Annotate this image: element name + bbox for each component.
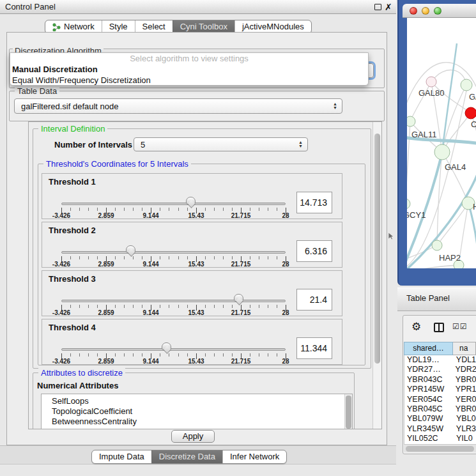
table-row[interactable]: YBR043CYBR0 bbox=[404, 375, 476, 385]
table-horizontal-scrollbar[interactable] bbox=[404, 444, 476, 452]
settings-scrollbar[interactable] bbox=[372, 122, 381, 429]
threshold-3-label: Threshold 3 bbox=[49, 274, 96, 284]
numerical-attributes-label: Numerical Attributes bbox=[37, 381, 118, 390]
interval-definition-group: Interval Definition Number of Intervals … bbox=[33, 128, 371, 369]
node-gal4[interactable] bbox=[434, 144, 450, 160]
svg-text:C: C bbox=[471, 119, 476, 129]
node-gal11[interactable] bbox=[407, 116, 415, 127]
close-traffic-light[interactable] bbox=[410, 7, 417, 15]
tab-network[interactable]: Network bbox=[45, 20, 102, 33]
network-icon bbox=[52, 23, 61, 31]
apply-button[interactable]: Apply bbox=[171, 430, 215, 443]
settings-scrollpane: Interval Definition Number of Intervals … bbox=[28, 121, 382, 429]
column-header-shared-name[interactable]: shared… bbox=[404, 342, 453, 355]
interval-definition-title: Interval Definition bbox=[38, 124, 107, 134]
list-item-selfloops[interactable]: SelfLoops bbox=[42, 394, 352, 406]
tab-network-label: Network bbox=[64, 20, 95, 33]
svg-text:GA: GA bbox=[469, 92, 476, 102]
threshold-3-slider-track[interactable] bbox=[61, 300, 286, 302]
popup-placeholder: Select algorithm to view settings bbox=[10, 53, 368, 64]
threshold-4-value[interactable]: 11.344 bbox=[296, 337, 332, 359]
tab-cyni-toolbox[interactable]: Cyni Toolbox bbox=[173, 20, 234, 33]
threshold-4-slider-thumb[interactable] bbox=[162, 342, 171, 350]
threshold-3-box: Threshold 3 -3.426 2.859 9.144 15.43 21.… bbox=[42, 270, 342, 316]
control-panel-titlebar: Control Panel bbox=[0, 0, 396, 14]
threshold-2-value[interactable]: 6.316 bbox=[296, 240, 332, 262]
threshold-4-slider-track[interactable] bbox=[61, 348, 286, 351]
checkbox-icons[interactable]: ☑☑ bbox=[452, 322, 468, 331]
threshold-3-slider-thumb[interactable] bbox=[234, 294, 243, 302]
table-horizontal-scrollbar-thumb[interactable] bbox=[406, 446, 474, 452]
svg-text:GCY1: GCY1 bbox=[407, 210, 426, 220]
node-gcy1[interactable] bbox=[407, 199, 410, 209]
tab-infer-network[interactable]: Infer Network bbox=[222, 450, 286, 463]
column-header-name[interactable]: na bbox=[453, 342, 476, 355]
network-graph: GAL80 GA C GAL11 GAL4 GCY1 H HAP2 bbox=[407, 18, 476, 268]
threshold-2-slider-thumb[interactable] bbox=[126, 245, 135, 253]
settings-scrollbar-thumb[interactable] bbox=[374, 134, 380, 364]
table-row[interactable]: YBR045CYBR0 bbox=[404, 404, 476, 414]
attributes-group-title: Attributes to discretize bbox=[38, 368, 125, 378]
number-of-intervals-combobox[interactable]: 5 ▲▼ bbox=[134, 137, 308, 151]
table-header-row: shared… na bbox=[404, 342, 476, 355]
table-row[interactable]: YBL079WYBL0 bbox=[404, 414, 476, 424]
threshold-2-box: Threshold 2 -3.426 2.859 9.144 15.43 21.… bbox=[42, 222, 342, 268]
tab-impute-data[interactable]: Impute Data bbox=[92, 450, 151, 463]
table-data-group-title: Table Data bbox=[15, 86, 59, 96]
threshold-1-box: Threshold 1 -3.426 2.859 9.144 15.43 21.… bbox=[42, 173, 342, 219]
zoom-traffic-light[interactable] bbox=[434, 7, 441, 15]
threshold-4-box: Threshold 4 -3.426 2.859 9.144 15.43 21.… bbox=[42, 319, 342, 365]
list-scrollbar-thumb[interactable] bbox=[346, 395, 351, 429]
table-row[interactable]: YLR345WYLR3 bbox=[404, 424, 476, 434]
table-row[interactable]: YER054CYER0 bbox=[404, 395, 476, 404]
tab-select[interactable]: Select bbox=[135, 20, 173, 33]
table-row[interactable]: YDL19…YDL1 bbox=[404, 355, 476, 365]
node-top-right[interactable] bbox=[461, 79, 472, 91]
float-window-icon[interactable] bbox=[374, 4, 381, 10]
table-row[interactable]: YIL052CYIL0 bbox=[404, 434, 476, 443]
popup-item-manual-discretization[interactable]: Manual Discretization bbox=[10, 64, 368, 75]
close-icon[interactable]: ✗ bbox=[385, 1, 392, 13]
tab-style[interactable]: Style bbox=[102, 20, 135, 33]
panel-title: Control Panel bbox=[5, 0, 56, 14]
thresholds-group: Threshold's Coordinates for 5 Intervals … bbox=[38, 164, 365, 365]
list-item-betweennesscentrality[interactable]: BetweennessCentrality bbox=[42, 417, 352, 427]
node-hap2[interactable] bbox=[432, 240, 442, 250]
table-body: YDL19…YDL1 YDR27…YDR2 YBR043CYBR0 YPR145… bbox=[404, 355, 476, 444]
popup-item-equal-width[interactable]: Equal Width/Frequency Discretization bbox=[10, 75, 368, 86]
threshold-1-value[interactable]: 14.713 bbox=[296, 192, 332, 213]
table-row[interactable]: YPR145WYPR1 bbox=[404, 385, 476, 394]
tab-jactivemnodules[interactable]: jActiveMNodules bbox=[234, 20, 311, 33]
spinner-icon: ▲▼ bbox=[298, 141, 303, 148]
numerical-attributes-list: SelfLoops TopologicalCoefficient Between… bbox=[41, 394, 353, 429]
svg-text:GAL4: GAL4 bbox=[445, 162, 466, 172]
minimize-traffic-light[interactable] bbox=[422, 7, 429, 15]
columns-icon[interactable] bbox=[434, 323, 444, 332]
table-row[interactable]: YDR27…YDR2 bbox=[404, 365, 476, 374]
threshold-4-label: Threshold 4 bbox=[49, 323, 96, 332]
list-item-topologicalcoefficient[interactable]: TopologicalCoefficient bbox=[42, 406, 352, 417]
spinner-icon: ▲▼ bbox=[333, 102, 337, 110]
gear-icon[interactable]: ⚙ bbox=[411, 320, 421, 334]
list-scrollbar[interactable] bbox=[344, 394, 352, 429]
threshold-1-slider-track[interactable] bbox=[61, 203, 286, 205]
threshold-1-label: Threshold 1 bbox=[49, 177, 96, 187]
node-red-selected[interactable] bbox=[465, 107, 476, 119]
network-canvas[interactable]: GAL80 GA C GAL11 GAL4 GCY1 H HAP2 bbox=[407, 18, 476, 268]
table-data-value: galFiltered.sif default node bbox=[21, 99, 118, 114]
node-gal80[interactable] bbox=[426, 77, 436, 87]
tab-discretize-data[interactable]: Discretize Data bbox=[151, 450, 222, 463]
mouse-cursor bbox=[388, 233, 395, 240]
threshold-2-slider-track[interactable] bbox=[61, 251, 286, 254]
screen: Control Panel ✗ Network Style Select Cyn… bbox=[0, 0, 476, 476]
bottom-tab-bar: Impute Data Discretize Data Infer Networ… bbox=[91, 450, 287, 464]
threshold-3-value[interactable]: 21.4 bbox=[296, 289, 332, 311]
table-data-combobox[interactable]: galFiltered.sif default node ▲▼ bbox=[14, 98, 342, 114]
algorithm-dropdown-popup: Select algorithm to view settings Manual… bbox=[10, 52, 369, 86]
svg-text:HAP2: HAP2 bbox=[439, 253, 461, 263]
threshold-1-slider-thumb[interactable] bbox=[186, 197, 196, 204]
network-window-titlebar[interactable] bbox=[403, 4, 476, 18]
table-panel-title: Table Panel bbox=[406, 293, 450, 303]
number-of-intervals-label: Number of Intervals bbox=[54, 140, 132, 150]
svg-text:GAL11: GAL11 bbox=[411, 130, 437, 139]
